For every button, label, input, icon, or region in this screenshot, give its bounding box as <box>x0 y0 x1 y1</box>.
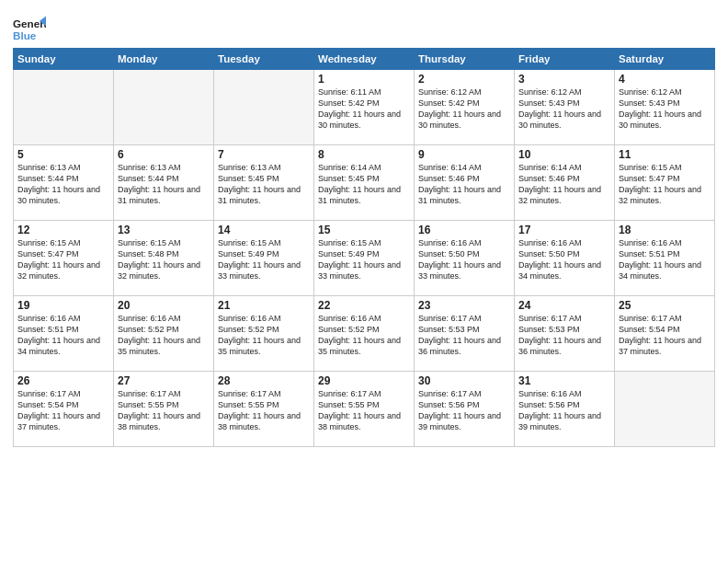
calendar-cell: 26Sunrise: 6:17 AMSunset: 5:54 PMDayligh… <box>14 372 114 447</box>
day-number: 31 <box>518 374 610 387</box>
day-number: 8 <box>318 148 410 161</box>
calendar-cell: 11Sunrise: 6:15 AMSunset: 5:47 PMDayligh… <box>615 145 715 221</box>
calendar-cell: 7Sunrise: 6:13 AMSunset: 5:45 PMDaylight… <box>214 145 314 221</box>
calendar-cell: 14Sunrise: 6:15 AMSunset: 5:49 PMDayligh… <box>214 221 314 296</box>
day-info: Sunrise: 6:16 AMSunset: 5:52 PMDaylight:… <box>218 313 310 358</box>
day-number: 11 <box>619 148 711 161</box>
day-info: Sunrise: 6:17 AMSunset: 5:53 PMDaylight:… <box>418 313 510 358</box>
day-info: Sunrise: 6:17 AMSunset: 5:55 PMDaylight:… <box>218 388 310 433</box>
svg-text:Blue: Blue <box>13 29 37 41</box>
week-row-2: 5Sunrise: 6:13 AMSunset: 5:44 PMDaylight… <box>14 145 715 221</box>
calendar-cell: 3Sunrise: 6:12 AMSunset: 5:43 PMDaylight… <box>515 70 615 145</box>
day-info: Sunrise: 6:13 AMSunset: 5:44 PMDaylight:… <box>118 162 210 207</box>
weekday-header-row: SundayMondayTuesdayWednesdayThursdayFrid… <box>14 49 715 70</box>
calendar-cell: 31Sunrise: 6:16 AMSunset: 5:56 PMDayligh… <box>515 372 615 447</box>
day-info: Sunrise: 6:15 AMSunset: 5:49 PMDaylight:… <box>318 237 410 282</box>
day-info: Sunrise: 6:12 AMSunset: 5:43 PMDaylight:… <box>619 86 711 132</box>
calendar-cell: 9Sunrise: 6:14 AMSunset: 5:46 PMDaylight… <box>415 145 515 221</box>
calendar-cell: 25Sunrise: 6:17 AMSunset: 5:54 PMDayligh… <box>615 296 715 372</box>
calendar-cell: 18Sunrise: 6:16 AMSunset: 5:51 PMDayligh… <box>615 221 715 296</box>
calendar-cell: 15Sunrise: 6:15 AMSunset: 5:49 PMDayligh… <box>314 221 415 296</box>
calendar-cell: 1Sunrise: 6:11 AMSunset: 5:42 PMDaylight… <box>314 70 415 145</box>
day-number: 14 <box>218 224 310 236</box>
day-info: Sunrise: 6:16 AMSunset: 5:56 PMDaylight:… <box>518 388 610 433</box>
day-number: 15 <box>318 224 410 236</box>
day-info: Sunrise: 6:15 AMSunset: 5:48 PMDaylight:… <box>118 237 210 282</box>
day-info: Sunrise: 6:16 AMSunset: 5:52 PMDaylight:… <box>318 313 410 358</box>
day-info: Sunrise: 6:17 AMSunset: 5:53 PMDaylight:… <box>518 313 610 358</box>
calendar-cell: 10Sunrise: 6:14 AMSunset: 5:46 PMDayligh… <box>515 145 615 221</box>
calendar-cell: 27Sunrise: 6:17 AMSunset: 5:55 PMDayligh… <box>114 372 214 447</box>
day-info: Sunrise: 6:17 AMSunset: 5:55 PMDaylight:… <box>118 388 210 433</box>
calendar-cell: 21Sunrise: 6:16 AMSunset: 5:52 PMDayligh… <box>214 296 314 372</box>
day-number: 18 <box>619 224 711 236</box>
day-number: 20 <box>118 299 210 312</box>
weekday-header-friday: Friday <box>515 49 615 70</box>
day-info: Sunrise: 6:14 AMSunset: 5:46 PMDaylight:… <box>418 162 510 207</box>
weekday-header-saturday: Saturday <box>615 49 715 70</box>
svg-text:General: General <box>13 17 46 29</box>
day-number: 21 <box>218 299 310 312</box>
weekday-header-wednesday: Wednesday <box>314 49 415 70</box>
calendar-cell: 19Sunrise: 6:16 AMSunset: 5:51 PMDayligh… <box>14 296 114 372</box>
day-info: Sunrise: 6:17 AMSunset: 5:56 PMDaylight:… <box>418 388 510 433</box>
day-number: 2 <box>418 73 510 86</box>
weekday-header-thursday: Thursday <box>415 49 515 70</box>
day-number: 23 <box>418 299 510 312</box>
day-number: 5 <box>17 148 109 161</box>
day-number: 26 <box>17 374 109 387</box>
calendar-cell: 13Sunrise: 6:15 AMSunset: 5:48 PMDayligh… <box>114 221 214 296</box>
calendar-cell: 16Sunrise: 6:16 AMSunset: 5:50 PMDayligh… <box>415 221 515 296</box>
day-number: 25 <box>619 299 711 312</box>
week-row-5: 26Sunrise: 6:17 AMSunset: 5:54 PMDayligh… <box>14 372 715 447</box>
weekday-header-sunday: Sunday <box>14 49 114 70</box>
calendar-cell: 23Sunrise: 6:17 AMSunset: 5:53 PMDayligh… <box>415 296 515 372</box>
calendar-cell: 2Sunrise: 6:12 AMSunset: 5:42 PMDaylight… <box>415 70 515 145</box>
calendar-table: SundayMondayTuesdayWednesdayThursdayFrid… <box>13 48 715 447</box>
calendar-cell: 8Sunrise: 6:14 AMSunset: 5:45 PMDaylight… <box>314 145 415 221</box>
calendar-cell: 29Sunrise: 6:17 AMSunset: 5:55 PMDayligh… <box>314 372 415 447</box>
day-number: 17 <box>518 224 610 236</box>
day-info: Sunrise: 6:16 AMSunset: 5:52 PMDaylight:… <box>118 313 210 358</box>
day-info: Sunrise: 6:15 AMSunset: 5:47 PMDaylight:… <box>17 237 109 282</box>
day-number: 28 <box>218 374 310 387</box>
calendar-cell: 4Sunrise: 6:12 AMSunset: 5:43 PMDaylight… <box>615 70 715 145</box>
calendar-cell <box>14 70 114 145</box>
day-number: 22 <box>318 299 410 312</box>
day-info: Sunrise: 6:17 AMSunset: 5:54 PMDaylight:… <box>17 388 109 433</box>
header: General Blue <box>13 9 715 46</box>
week-row-1: 1Sunrise: 6:11 AMSunset: 5:42 PMDaylight… <box>14 70 715 145</box>
logo: General Blue <box>13 13 46 46</box>
day-number: 13 <box>118 224 210 236</box>
weekday-header-tuesday: Tuesday <box>214 49 314 70</box>
day-number: 29 <box>318 374 410 387</box>
day-number: 9 <box>418 148 510 161</box>
day-number: 10 <box>518 148 610 161</box>
day-info: Sunrise: 6:16 AMSunset: 5:50 PMDaylight:… <box>518 237 610 282</box>
calendar-cell <box>615 372 715 447</box>
calendar-cell: 30Sunrise: 6:17 AMSunset: 5:56 PMDayligh… <box>415 372 515 447</box>
day-number: 19 <box>17 299 109 312</box>
calendar-cell: 6Sunrise: 6:13 AMSunset: 5:44 PMDaylight… <box>114 145 214 221</box>
day-info: Sunrise: 6:14 AMSunset: 5:46 PMDaylight:… <box>518 162 610 207</box>
day-number: 6 <box>118 148 210 161</box>
calendar-cell: 28Sunrise: 6:17 AMSunset: 5:55 PMDayligh… <box>214 372 314 447</box>
calendar-cell <box>114 70 214 145</box>
day-info: Sunrise: 6:12 AMSunset: 5:43 PMDaylight:… <box>518 86 610 132</box>
calendar-cell: 12Sunrise: 6:15 AMSunset: 5:47 PMDayligh… <box>14 221 114 296</box>
calendar-cell: 5Sunrise: 6:13 AMSunset: 5:44 PMDaylight… <box>14 145 114 221</box>
week-row-4: 19Sunrise: 6:16 AMSunset: 5:51 PMDayligh… <box>14 296 715 372</box>
day-info: Sunrise: 6:15 AMSunset: 5:47 PMDaylight:… <box>619 162 711 207</box>
day-number: 4 <box>619 73 711 86</box>
logo-icon: General Blue <box>13 13 46 46</box>
day-number: 16 <box>418 224 510 236</box>
page-container: General Blue SundayMondayTuesdayWednesda… <box>0 0 728 453</box>
calendar-cell: 17Sunrise: 6:16 AMSunset: 5:50 PMDayligh… <box>515 221 615 296</box>
day-info: Sunrise: 6:16 AMSunset: 5:51 PMDaylight:… <box>17 313 109 358</box>
day-number: 1 <box>318 73 410 86</box>
day-info: Sunrise: 6:12 AMSunset: 5:42 PMDaylight:… <box>418 86 510 132</box>
day-info: Sunrise: 6:11 AMSunset: 5:42 PMDaylight:… <box>318 86 410 132</box>
day-number: 27 <box>118 374 210 387</box>
day-info: Sunrise: 6:14 AMSunset: 5:45 PMDaylight:… <box>318 162 410 207</box>
weekday-header-monday: Monday <box>114 49 214 70</box>
